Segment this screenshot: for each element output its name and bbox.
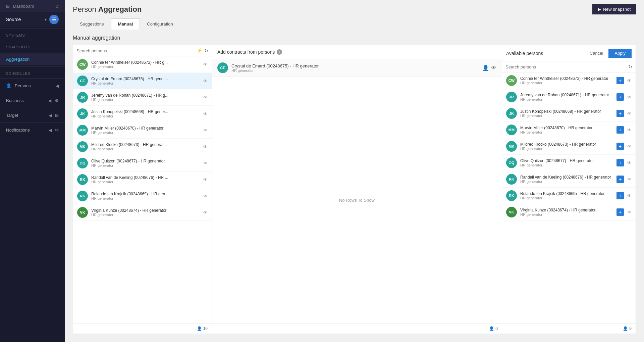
right-eye-button[interactable]: 👁 (627, 95, 632, 100)
person-sub: HR generator (91, 163, 200, 167)
refresh-right-button[interactable]: ↻ (628, 64, 632, 69)
target-grid-icon: ⊞ (55, 113, 59, 118)
person-sub: HR generator (91, 65, 200, 69)
person-info: Olive Quitzon (00248677) - HR generator … (91, 159, 200, 167)
panels-container: ⚡ ↻ CW Connie ter Wintheiser (00248672) … (73, 45, 636, 334)
tabs-bar: Suggestions Manual Configuration (65, 14, 644, 30)
sidebar-source-row[interactable]: Source ▾ ☰ (0, 12, 65, 27)
eye-button[interactable]: 👁 (203, 111, 208, 116)
eye-button[interactable]: 👁 (203, 194, 208, 199)
left-person-item[interactable]: RK Rolando ten Krajcik (00248669) - HR g… (73, 188, 212, 204)
right-footer-icon: 👤 (623, 326, 628, 331)
right-person-info: Rolando ten Krajcik (00248669) - HR gene… (520, 191, 613, 200)
tab-configuration[interactable]: Configuration (140, 18, 180, 30)
right-eye-button[interactable]: 👁 (627, 78, 632, 83)
sidebar-item-target[interactable]: Target ◀ ⊞ (0, 109, 65, 121)
eye-button[interactable]: 👁 (203, 95, 208, 100)
tab-suggestions[interactable]: Suggestions (73, 18, 111, 30)
info-icon[interactable]: i (277, 49, 282, 55)
dashboard-icon: ⊞ (6, 4, 10, 9)
add-person-button[interactable]: + (616, 143, 624, 150)
eye-button[interactable]: 👁 (203, 210, 208, 215)
left-person-item[interactable]: CE Crystal de Emard (00248675) - HR gene… (73, 73, 212, 89)
right-search-input[interactable] (505, 64, 626, 69)
person-sub: HR generator (91, 196, 200, 200)
add-person-button[interactable]: + (616, 126, 624, 134)
left-person-item[interactable]: OQ Olive Quitzon (00248677) - HR generat… (73, 155, 212, 172)
right-person-info: Jeremy van de Rohan (00248671) - HR gene… (520, 93, 613, 101)
new-snapshot-button[interactable]: ▶ New snapshot (592, 4, 636, 14)
add-person-button[interactable]: + (616, 93, 624, 101)
right-person-sub: HR generator (520, 130, 613, 134)
sidebar-item-schedules[interactable]: Schedules (0, 68, 65, 77)
add-person-button[interactable]: + (616, 159, 624, 166)
add-person-button[interactable]: + (616, 208, 624, 216)
sidebar-item-business[interactable]: Business ◀ ⚙ (0, 95, 65, 106)
person-name: Rolando ten Krajcik (00248669) - HR gen.… (91, 192, 200, 196)
eye-button[interactable]: 👁 (203, 62, 208, 67)
left-footer-count: 10 (203, 326, 208, 331)
person-name: Olive Quitzon (00248677) - HR generator (91, 159, 200, 163)
cancel-button[interactable]: Cancel (587, 49, 606, 57)
add-person-button[interactable]: + (616, 110, 624, 117)
apply-button[interactable]: Apply (608, 49, 632, 58)
sidebar-dashboard-label: Dashboard (13, 4, 35, 9)
left-person-item[interactable]: VK Virginia Kunze (00248674) - HR genera… (73, 204, 212, 221)
sidebar-item-notifications[interactable]: Notifications ◀ ✉ (0, 124, 65, 136)
right-person-name: Marvin Miller (00248670) - HR generator (520, 126, 613, 130)
person-avatar: CE (77, 76, 88, 86)
left-search-input[interactable] (76, 48, 195, 53)
eye-button[interactable]: 👁 (203, 177, 208, 182)
person-sub: HR generator (91, 131, 200, 135)
add-person-button[interactable]: + (616, 192, 624, 199)
persons-chevron-icon: ◀ (56, 84, 59, 88)
person-add-icon-button[interactable]: 👤 (482, 65, 489, 71)
left-panel: ⚡ ↻ CW Connie ter Wintheiser (00248672) … (73, 45, 212, 334)
sidebar-item-snapshots[interactable]: Snapshots (0, 42, 65, 50)
left-person-item[interactable]: MK Mildred Klocko (00248673) - HR genera… (73, 139, 212, 155)
middle-footer-icon: 👤 (489, 326, 494, 331)
left-person-item[interactable]: MM Marvin Miller (00248670) - HR generat… (73, 122, 212, 139)
middle-footer-count: 0 (495, 326, 498, 331)
sidebar: ⊞ Dashboard ⌂ Source ▾ ☰ Systems Snapsho… (0, 0, 65, 342)
sidebar-item-aggregation[interactable]: Aggregation (0, 53, 65, 65)
filter-icon-button[interactable]: ⚡ (197, 48, 202, 53)
right-person-sub: HR generator (520, 97, 613, 101)
right-eye-button[interactable]: 👁 (627, 193, 632, 198)
right-person-info: Justin Konopelski (00248668) - HR genera… (520, 109, 613, 118)
right-eye-button[interactable]: 👁 (627, 128, 632, 133)
right-eye-button[interactable]: 👁 (627, 144, 632, 149)
right-eye-button[interactable]: 👁 (627, 160, 632, 165)
add-person-button[interactable]: + (616, 176, 624, 183)
left-person-item[interactable]: JK Justin Konopelski (00248668) - HR gen… (73, 106, 212, 122)
right-person-sub: HR generator (520, 147, 613, 151)
refresh-left-button[interactable]: ↻ (204, 48, 208, 53)
eye-button[interactable]: 👁 (203, 128, 208, 133)
right-person-sub: HR generator (520, 196, 613, 200)
person-avatar: MK (77, 141, 88, 152)
left-person-item[interactable]: JR Jeremy van de Rohan (00248671) - HR g… (73, 89, 212, 106)
person-name: Virginia Kunze (00248674) - HR generator (91, 208, 200, 213)
add-person-button[interactable]: + (616, 77, 624, 84)
tab-manual[interactable]: Manual (111, 18, 140, 30)
sidebar-item-persons[interactable]: 👤 Persons ◀ (0, 80, 65, 92)
right-eye-button[interactable]: 👁 (627, 111, 632, 116)
eye-button[interactable]: 👁 (203, 79, 208, 84)
right-person-avatar: CW (506, 75, 517, 86)
person-name: Justin Konopelski (00248668) - HR gener.… (91, 109, 200, 114)
left-person-item[interactable]: CW Connie ter Wintheiser (00248672) - HR… (73, 56, 212, 73)
person-info: Jeremy van de Rohan (00248671) - HR g...… (91, 93, 200, 102)
sidebar-item-systems[interactable]: Systems (0, 30, 65, 39)
right-eye-button[interactable]: 👁 (627, 177, 632, 182)
person-sub: HR generator (91, 81, 200, 85)
right-person-name: Olive Quitzon (00248677) - HR generator (520, 158, 613, 163)
left-person-item[interactable]: RK Randall van de Keeling (00248676) - H… (73, 172, 212, 188)
eye-button[interactable]: 👁 (203, 144, 208, 149)
right-person-avatar: JK (506, 108, 517, 119)
right-eye-button[interactable]: 👁 (627, 210, 632, 215)
eye-middle-button[interactable]: 👁 (491, 65, 496, 71)
right-header: Available persons Cancel Apply (502, 45, 636, 61)
eye-button[interactable]: 👁 (203, 161, 208, 166)
sidebar-item-dashboard[interactable]: ⊞ Dashboard ⌂ (0, 0, 65, 12)
left-panel-footer: 👤 10 (73, 323, 212, 334)
